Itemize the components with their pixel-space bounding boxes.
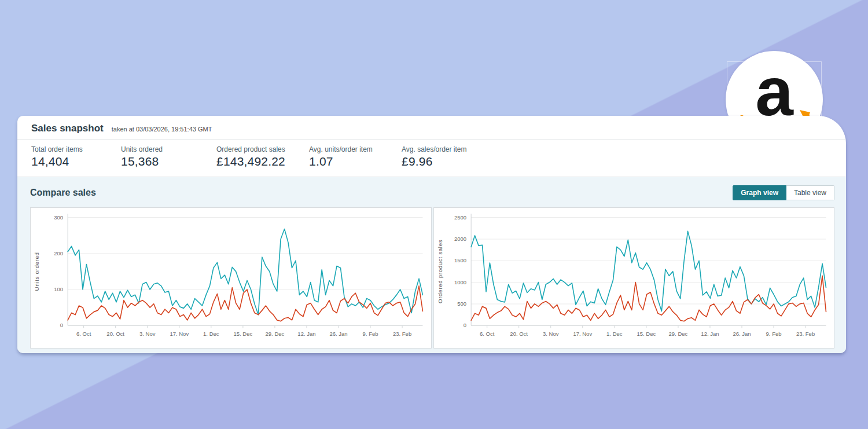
svg-text:26. Jan: 26. Jan — [329, 331, 347, 337]
svg-text:3. Nov: 3. Nov — [543, 331, 559, 337]
svg-text:0: 0 — [463, 322, 466, 329]
stat-label: Ordered product sales — [216, 145, 309, 153]
stat-units-ordered: Units ordered 15,368 — [121, 145, 216, 168]
stat-value: £143,492.22 — [216, 155, 309, 168]
table-view-button[interactable]: Table view — [786, 185, 834, 200]
stat-value: 14,404 — [31, 155, 121, 168]
stat-ordered-product-sales: Ordered product sales £143,492.22 — [216, 145, 309, 168]
page-title: Sales snapshot — [31, 123, 104, 134]
ordered-product-sales-chart: 050010001500200025006. Oct20. Oct3. Nov1… — [434, 208, 834, 348]
charts-row: 01002003006. Oct20. Oct3. Nov17. Nov1. D… — [30, 207, 834, 349]
compare-sales-section: Compare sales Graph view Table view 0100… — [17, 177, 846, 353]
stat-value: 1.07 — [309, 155, 402, 168]
units-ordered-chart: 01002003006. Oct20. Oct3. Nov17. Nov1. D… — [31, 208, 431, 348]
svg-text:17. Nov: 17. Nov — [170, 331, 189, 337]
svg-text:12. Jan: 12. Jan — [701, 331, 719, 337]
stat-label: Avg. units/order item — [309, 145, 402, 153]
svg-text:29. Dec: 29. Dec — [266, 331, 285, 337]
page-background: a Sales snapshot taken at 03/03/2026, 19… — [0, 0, 868, 429]
svg-text:2000: 2000 — [454, 236, 466, 242]
svg-text:6. Oct: 6. Oct — [76, 331, 91, 337]
svg-text:1. Dec: 1. Dec — [203, 331, 219, 337]
stat-label: Avg. sales/order item — [402, 145, 467, 153]
svg-text:15. Dec: 15. Dec — [233, 331, 252, 337]
svg-text:1500: 1500 — [454, 258, 466, 264]
svg-text:300: 300 — [54, 214, 63, 221]
stats-row: Total order items 14,404 Units ordered 1… — [17, 140, 846, 177]
svg-text:Ordered product sales: Ordered product sales — [437, 240, 443, 303]
stat-label: Total order items — [31, 145, 121, 153]
svg-text:100: 100 — [54, 286, 63, 292]
svg-text:500: 500 — [457, 300, 466, 307]
stat-value: £9.96 — [402, 155, 467, 168]
svg-text:12. Jan: 12. Jan — [297, 331, 315, 337]
svg-text:200: 200 — [54, 250, 63, 256]
stat-avg-sales-per-order: Avg. sales/order item £9.96 — [402, 145, 467, 168]
ordered-product-sales-chart-panel: 050010001500200025006. Oct20. Oct3. Nov1… — [433, 207, 835, 349]
view-toggle: Graph view Table view — [733, 185, 834, 200]
svg-text:2500: 2500 — [454, 214, 466, 221]
svg-text:23. Feb: 23. Feb — [393, 331, 411, 337]
svg-text:0: 0 — [60, 322, 63, 329]
svg-text:9. Feb: 9. Feb — [766, 331, 781, 337]
stat-total-order-items: Total order items 14,404 — [31, 145, 121, 168]
svg-text:3. Nov: 3. Nov — [139, 331, 156, 337]
card-header: Sales snapshot taken at 03/03/2026, 19:5… — [17, 116, 846, 140]
stat-label: Units ordered — [121, 145, 216, 153]
svg-text:9. Feb: 9. Feb — [363, 331, 378, 337]
svg-text:23. Feb: 23. Feb — [796, 331, 814, 337]
svg-text:29. Dec: 29. Dec — [668, 331, 687, 337]
svg-text:1. Dec: 1. Dec — [606, 331, 623, 337]
svg-text:1000: 1000 — [454, 279, 466, 285]
sales-snapshot-card: Sales snapshot taken at 03/03/2026, 19:5… — [17, 116, 846, 353]
svg-text:20. Oct: 20. Oct — [106, 331, 124, 337]
stat-value: 15,368 — [121, 155, 216, 168]
svg-text:26. Jan: 26. Jan — [733, 331, 751, 337]
compare-sales-title: Compare sales — [30, 188, 96, 198]
svg-text:Units ordered: Units ordered — [34, 252, 40, 291]
svg-text:6. Oct: 6. Oct — [479, 331, 494, 337]
graph-view-button[interactable]: Graph view — [733, 185, 786, 200]
svg-text:17. Nov: 17. Nov — [573, 331, 592, 337]
compare-sales-header: Compare sales Graph view Table view — [30, 185, 834, 200]
units-ordered-chart-panel: 01002003006. Oct20. Oct3. Nov17. Nov1. D… — [30, 207, 432, 349]
snapshot-timestamp: taken at 03/03/2026, 19:51:43 GMT — [112, 126, 212, 133]
svg-text:20. Oct: 20. Oct — [510, 331, 528, 337]
stat-avg-units-per-order: Avg. units/order item 1.07 — [309, 145, 402, 168]
svg-text:15. Dec: 15. Dec — [637, 331, 656, 337]
